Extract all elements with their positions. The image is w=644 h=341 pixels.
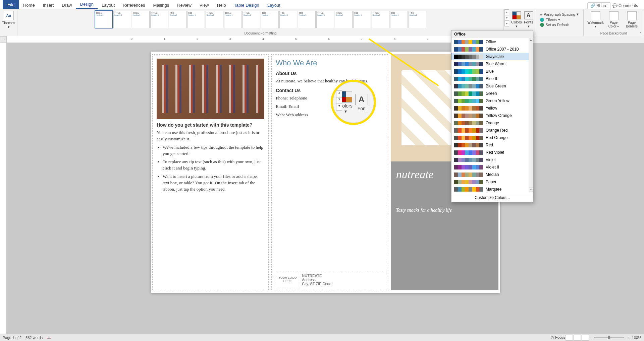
page-color-button[interactable]: Page Color ▾ <box>605 11 622 28</box>
share-button[interactable]: 🔗 Share <box>587 2 610 9</box>
address-block[interactable]: NUTREATE Address City, ST ZIP Code <box>299 273 334 287</box>
color-theme-item[interactable]: Paper <box>451 178 533 186</box>
scroll-up-icon[interactable]: ▴ <box>529 38 533 42</box>
color-theme-item[interactable]: Blue Green <box>451 82 533 90</box>
color-theme-item[interactable]: Red Orange <box>451 134 533 141</box>
fonts-button[interactable]: A Fonts▾ <box>524 11 533 28</box>
style-preset[interactable]: TITLEHeading 1 <box>243 11 260 28</box>
color-theme-item[interactable]: Violet <box>451 156 533 163</box>
spellcheck-icon[interactable]: 📖 <box>47 335 51 340</box>
list-item[interactable]: Want to insert a picture from your files… <box>163 174 264 193</box>
color-theme-item[interactable]: Office 2007 - 2010 <box>451 46 533 53</box>
tab-help[interactable]: Help <box>213 1 230 9</box>
scroll-down-icon[interactable]: ▾ <box>529 188 533 192</box>
color-theme-item[interactable]: Median <box>451 171 533 178</box>
color-theme-item[interactable]: Grayscale <box>451 53 533 60</box>
about-text[interactable]: At nutreate, we believe that healthy can… <box>276 78 383 84</box>
tab-file[interactable]: File <box>3 0 19 9</box>
gallery-down-icon[interactable]: ▾ <box>504 15 509 21</box>
tab-layout[interactable]: Layout <box>98 1 119 9</box>
color-theme-item[interactable]: Blue II <box>451 75 533 82</box>
color-theme-item[interactable]: Blue Warm <box>451 60 533 68</box>
effects-button[interactable]: Effects ▾ <box>540 17 579 22</box>
color-theme-item[interactable]: Red <box>451 141 533 149</box>
ruler-vertical[interactable] <box>0 43 7 334</box>
style-preset[interactable]: TITLEHeading 1 <box>372 11 389 28</box>
color-theme-item[interactable]: Yellow <box>451 105 533 112</box>
color-theme-item[interactable]: Violet II <box>451 163 533 171</box>
zoom-in-icon[interactable]: + <box>627 336 629 340</box>
tab-mailings[interactable]: Mailings <box>149 1 173 9</box>
customize-colors-button[interactable]: Customize Colors... <box>451 193 533 202</box>
word-count[interactable]: 382 words <box>25 336 43 340</box>
panel2-title[interactable]: Who We Are <box>276 59 383 67</box>
print-layout-icon[interactable] <box>574 335 581 341</box>
style-preset[interactable]: TitleHeading 1 <box>353 11 371 28</box>
document-area[interactable]: How do you get started with this templat… <box>7 43 644 334</box>
color-theme-item[interactable]: Green <box>451 90 533 97</box>
tab-design[interactable]: Design <box>76 0 98 9</box>
tab-insert[interactable]: Insert <box>39 1 58 9</box>
color-theme-item[interactable]: Orange Red <box>451 127 533 134</box>
style-preset[interactable]: TitleHeading 1 <box>187 11 205 28</box>
tab-review[interactable]: Review <box>173 1 196 9</box>
tab-table-layout[interactable]: Layout <box>263 1 284 9</box>
style-preset[interactable]: TITLEHeading 1 <box>132 11 150 28</box>
brochure-panel-1[interactable]: How do you get started with this templat… <box>152 54 269 290</box>
image-placeholder[interactable] <box>157 59 264 119</box>
color-swatch <box>454 187 483 192</box>
focus-button[interactable]: ◎ Focus <box>551 335 565 340</box>
gallery-more-icon[interactable]: ▾ <box>504 21 509 26</box>
style-preset[interactable]: TitleHeading 1 <box>279 11 297 28</box>
color-theme-item[interactable]: Blue <box>451 68 533 75</box>
logo-placeholder[interactable]: YOUR LOGO HERE <box>276 273 299 287</box>
style-preset[interactable]: TITLEHeading 1 <box>95 11 113 28</box>
list-item[interactable]: We've included a few tips throughout the… <box>163 144 264 157</box>
color-theme-label: Red Violet <box>486 150 504 155</box>
color-theme-item[interactable]: Marquee <box>451 186 533 193</box>
style-preset[interactable]: TitleHeading 1 <box>409 11 426 28</box>
paragraph-spacing-button[interactable]: ≡ Paragraph Spacing ▾ <box>540 12 579 16</box>
panel1-intro[interactable]: You can use this fresh, professional bro… <box>157 130 264 142</box>
read-mode-icon[interactable] <box>566 335 573 341</box>
color-theme-item[interactable]: Green Yellow <box>451 97 533 105</box>
style-preset[interactable]: TITLEHeading 1 <box>224 11 242 28</box>
style-preset[interactable]: TitleHeading 1 <box>169 11 186 28</box>
page-borders-button[interactable]: Page Borders <box>624 11 640 28</box>
style-preset[interactable]: TITLEHeading 1 <box>206 11 223 28</box>
color-theme-item[interactable]: Office <box>451 38 533 46</box>
themes-button[interactable]: Aa Themes ▾ <box>2 11 15 29</box>
callout-fonts-label: Fon <box>358 106 366 111</box>
style-preset[interactable]: TitleHeading 1 <box>261 11 279 28</box>
tab-draw[interactable]: Draw <box>58 1 76 9</box>
zoom-out-icon[interactable]: − <box>589 336 591 340</box>
colors-button[interactable]: Colors▾ <box>511 11 522 28</box>
style-preset[interactable]: TITLEHeading 1 <box>113 11 131 28</box>
zoom-slider[interactable] <box>594 337 624 338</box>
tab-table-design[interactable]: Table Design <box>230 1 263 9</box>
panel1-heading[interactable]: How do you get started with this templat… <box>157 122 264 128</box>
tab-references[interactable]: References <box>119 1 149 9</box>
color-theme-item[interactable]: Red Violet <box>451 149 533 156</box>
watermark-button[interactable]: Watermark▾ <box>587 11 604 28</box>
zoom-level[interactable]: 100% <box>632 336 641 340</box>
list-item[interactable]: To replace any tip text (such as this) w… <box>163 159 264 172</box>
color-theme-item[interactable]: Yellow Orange <box>451 112 533 119</box>
gallery-up-icon[interactable]: ▴ <box>504 9 509 15</box>
comments-button[interactable]: 💬 Comments <box>612 3 638 8</box>
style-preset[interactable]: TitleHeading 1 <box>390 11 408 28</box>
style-preset[interactable]: TitleHeading 1 <box>298 11 316 28</box>
style-gallery[interactable]: TITLEHeading 1TITLEHeading 1TITLEHeading… <box>95 11 426 28</box>
style-preset[interactable]: TITLEHeading 1 <box>335 11 353 28</box>
page-indicator[interactable]: Page 1 of 2 <box>3 336 21 340</box>
collapse-ribbon-icon[interactable]: ⌃ <box>639 31 642 36</box>
style-preset[interactable]: TITLEHeading 1 <box>150 11 168 28</box>
web-layout-icon[interactable] <box>582 335 589 341</box>
tab-home[interactable]: Home <box>19 1 39 9</box>
set-default-button[interactable]: Set as Default <box>540 23 579 27</box>
tab-view[interactable]: View <box>196 1 213 9</box>
style-preset[interactable]: TITLEHeading 1 <box>316 11 334 28</box>
dropdown-scrollbar[interactable]: ▴ ▾ <box>529 38 533 192</box>
about-heading[interactable]: About Us <box>276 71 383 76</box>
color-theme-item[interactable]: Orange <box>451 119 533 127</box>
